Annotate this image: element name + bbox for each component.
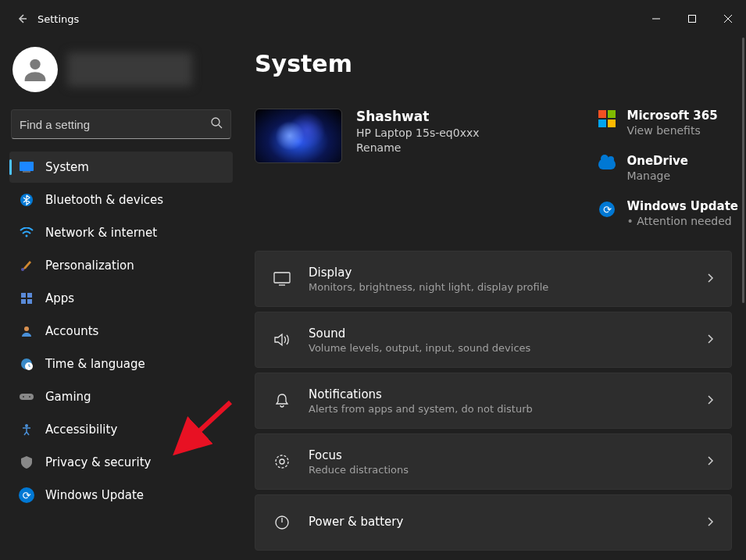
maximize-button[interactable] [674, 6, 710, 31]
card-display[interactable]: Display Monitors, brightness, night ligh… [255, 251, 732, 307]
system-icon [19, 159, 34, 175]
profile-section[interactable] [9, 44, 233, 106]
nav-list: System Bluetooth & devices Network & int… [9, 152, 233, 511]
sidebar: System Bluetooth & devices Network & int… [0, 37, 242, 560]
apps-icon [19, 291, 34, 306]
chevron-right-icon [706, 394, 714, 408]
window-title: Settings [37, 13, 79, 25]
nav-label: Accounts [45, 324, 98, 338]
page-heading: System [255, 50, 746, 77]
nav-accessibility[interactable]: Accessibility [9, 414, 233, 445]
card-sound[interactable]: Sound Volume levels, output, input, soun… [255, 312, 732, 368]
sound-icon [273, 333, 291, 347]
device-rename-link[interactable]: Rename [356, 141, 480, 154]
promo-m365[interactable]: Microsoft 365 View benefits [598, 109, 738, 137]
promo-windows-update[interactable]: ⟳ Windows Update Attention needed [598, 199, 738, 227]
title-bar: Settings [0, 0, 746, 37]
svg-point-2 [212, 118, 220, 126]
nav-label: Apps [45, 291, 74, 305]
nav-windows-update[interactable]: ⟳ Windows Update [9, 480, 233, 511]
card-power-battery[interactable]: Power & battery [255, 494, 732, 551]
maximize-icon [687, 14, 697, 23]
nav-label: Windows Update [45, 488, 144, 502]
device-name: Shashwat [356, 109, 480, 124]
back-button[interactable] [6, 12, 37, 25]
svg-rect-8 [21, 293, 26, 298]
card-title: Sound [309, 326, 689, 341]
back-arrow-icon [16, 12, 28, 25]
chevron-right-icon [706, 333, 714, 348]
nav-network[interactable]: Network & internet [9, 217, 233, 248]
card-subtitle: Reduce distractions [309, 464, 689, 476]
close-icon [723, 14, 733, 23]
chevron-right-icon [706, 272, 714, 287]
close-button[interactable] [710, 6, 746, 31]
nav-privacy-security[interactable]: Privacy & security [9, 447, 233, 478]
person-icon [20, 54, 51, 85]
bluetooth-icon [19, 192, 34, 208]
card-title: Display [309, 266, 689, 280]
promo-column: Microsoft 365 View benefits OneDrive Man… [598, 109, 738, 227]
promo-onedrive[interactable]: OneDrive Manage [598, 154, 738, 182]
nav-system[interactable]: System [9, 152, 233, 183]
promo-subtitle: View benefits [626, 124, 717, 137]
nav-bluetooth[interactable]: Bluetooth & devices [9, 184, 233, 216]
card-title: Notifications [309, 387, 689, 401]
minimize-button[interactable] [638, 6, 674, 31]
device-model: HP Laptop 15s-eq0xxx [356, 127, 480, 139]
power-icon [273, 515, 291, 530]
search-input[interactable] [20, 118, 210, 131]
settings-card-list: Display Monitors, brightness, night ligh… [255, 251, 746, 551]
microsoft-365-icon [598, 110, 616, 127]
onedrive-icon [598, 155, 616, 173]
card-subtitle: Monitors, brightness, night light, displ… [309, 281, 689, 293]
gamepad-icon [19, 389, 34, 405]
scrollbar[interactable] [742, 37, 744, 303]
accessibility-icon [19, 422, 34, 437]
promo-title: Windows Update [626, 199, 738, 213]
nav-gaming[interactable]: Gaming [9, 381, 233, 412]
chevron-right-icon [706, 455, 714, 469]
promo-subtitle: Attention needed [626, 215, 738, 227]
device-image [255, 109, 342, 163]
svg-point-12 [24, 326, 29, 331]
nav-label: Gaming [45, 390, 91, 404]
card-title: Power & battery [309, 515, 689, 529]
search-box[interactable] [11, 109, 231, 139]
chevron-right-icon [706, 515, 714, 530]
nav-personalization[interactable]: Personalization [9, 250, 233, 281]
card-subtitle: Volume levels, output, input, sound devi… [309, 342, 689, 354]
nav-apps[interactable]: Apps [9, 283, 233, 314]
nav-label: Time & language [45, 357, 145, 371]
display-icon [273, 272, 291, 286]
nav-label: Network & internet [45, 226, 157, 240]
card-subtitle: Alerts from apps and system, do not dist… [309, 403, 689, 415]
paintbrush-icon [19, 258, 34, 273]
focus-icon [273, 454, 291, 469]
svg-point-1 [30, 59, 40, 70]
svg-point-17 [29, 396, 30, 398]
promo-title: Microsoft 365 [626, 109, 717, 123]
card-notifications[interactable]: Notifications Alerts from apps and syste… [255, 373, 732, 429]
shield-icon [19, 455, 34, 470]
card-title: Focus [309, 448, 689, 462]
windows-update-icon: ⟳ [598, 201, 616, 218]
svg-rect-19 [274, 273, 290, 283]
svg-point-21 [280, 459, 284, 464]
wifi-icon [19, 225, 34, 241]
svg-rect-4 [23, 171, 30, 173]
svg-rect-10 [21, 299, 26, 304]
svg-point-6 [26, 235, 28, 237]
svg-rect-15 [20, 394, 34, 400]
search-icon [210, 116, 223, 132]
nav-label: Personalization [45, 259, 134, 273]
card-focus[interactable]: Focus Reduce distractions [255, 433, 732, 490]
minimize-icon [651, 14, 661, 23]
bell-icon [273, 393, 291, 408]
promo-subtitle: Manage [626, 169, 688, 182]
clock-globe-icon [19, 356, 34, 372]
svg-point-18 [25, 424, 28, 427]
nav-time-language[interactable]: Time & language [9, 348, 233, 380]
device-block[interactable]: Shashwat HP Laptop 15s-eq0xxx Rename [255, 109, 480, 227]
nav-accounts[interactable]: Accounts [9, 316, 233, 347]
